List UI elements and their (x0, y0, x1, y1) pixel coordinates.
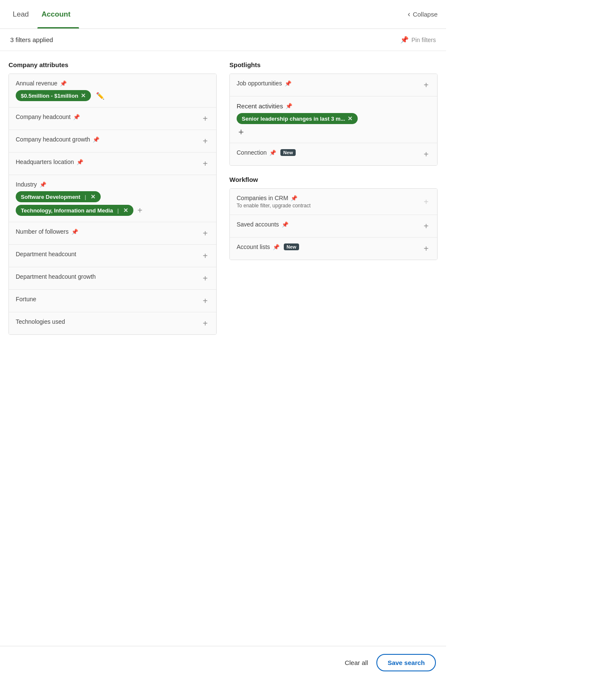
senior-leadership-tag: Senior leadership changes in last 3 m...… (237, 113, 358, 124)
recent-activities-tags: Senior leadership changes in last 3 m...… (237, 113, 430, 124)
recent-activities-add-button[interactable]: + (237, 126, 246, 138)
industry-content: Industry 📌 Software Development | ✕ (16, 181, 209, 216)
recent-activities-pin-icon[interactable]: 📌 (285, 103, 292, 109)
spotlights-title: Spotlights (229, 61, 438, 68)
annual-revenue-tag: $0.5million - $1million ✕ (16, 90, 91, 101)
company-attributes-title: Company attributes (8, 61, 217, 68)
chevron-left-icon: ‹ (408, 10, 410, 19)
tabs-bar: Lead Account ‹ Collapse (0, 0, 446, 29)
tab-account-label: Account (42, 10, 71, 19)
number-of-followers-pin-icon[interactable]: 📌 (71, 229, 78, 235)
left-column: Company attributes Annual revenue 📌 $0.5… (8, 61, 217, 335)
headquarters-location-content: Headquarters location 📌 (16, 158, 201, 165)
companies-in-crm-row: Companies in CRM 📌 To enable filter, upg… (230, 189, 437, 215)
fortune-add-button[interactable]: + (201, 296, 209, 306)
connection-row: Connection 📌 New + (230, 143, 437, 165)
company-headcount-growth-add-button[interactable]: + (201, 136, 209, 146)
technologies-used-label: Technologies used (16, 318, 201, 325)
job-opportunities-pin-icon[interactable]: 📌 (285, 80, 291, 87)
main-content: Company attributes Annual revenue 📌 $0.5… (0, 51, 446, 345)
department-headcount-row: Department headcount + (9, 245, 216, 267)
software-development-tag: Software Development | ✕ (16, 191, 101, 202)
company-headcount-add-button[interactable]: + (201, 113, 209, 124)
annual-revenue-pin-icon[interactable]: 📌 (60, 80, 67, 87)
department-headcount-growth-label: Department headcount growth (16, 273, 201, 280)
department-headcount-growth-content: Department headcount growth (16, 273, 201, 280)
company-headcount-row: Company headcount 📌 + (9, 108, 216, 130)
recent-activities-add-row: + (237, 127, 430, 137)
pin-icon: 📌 (400, 36, 409, 44)
headquarters-location-add-button[interactable]: + (201, 158, 209, 169)
annual-revenue-tags: $0.5million - $1million ✕ ✏️ (16, 90, 209, 101)
connection-add-button[interactable]: + (422, 149, 430, 159)
number-of-followers-row: Number of followers 📌 + (9, 222, 216, 245)
account-lists-content: Account lists 📌 New (237, 243, 422, 250)
job-opportunities-add-button[interactable]: + (422, 80, 430, 90)
department-headcount-label: Department headcount (16, 251, 201, 257)
department-headcount-content: Department headcount (16, 251, 201, 257)
tab-account[interactable]: Account (37, 0, 79, 28)
department-headcount-add-button[interactable]: + (201, 251, 209, 261)
annual-revenue-row: Annual revenue 📌 $0.5million - $1million… (9, 74, 216, 108)
annual-revenue-label: Annual revenue 📌 (16, 80, 209, 87)
connection-pin-icon[interactable]: 📌 (269, 150, 276, 156)
filters-applied-count: 3 filters applied (10, 36, 53, 43)
headquarters-location-pin-icon[interactable]: 📌 (76, 159, 83, 165)
headquarters-location-row: Headquarters location 📌 + (9, 153, 216, 175)
fortune-label: Fortune (16, 296, 201, 303)
industry-pin-icon[interactable]: 📌 (40, 181, 46, 188)
recent-activities-content: Recent activities 📌 Senior leadership ch… (237, 102, 430, 137)
account-lists-add-button[interactable]: + (422, 243, 430, 254)
account-lists-pin-icon[interactable]: 📌 (273, 244, 280, 250)
collapse-button[interactable]: ‹ Collapse (408, 10, 438, 19)
pin-filters-button[interactable]: 📌 Pin filters (400, 36, 436, 44)
save-search-button[interactable]: Save search (376, 654, 436, 671)
account-lists-label: Account lists 📌 New (237, 243, 422, 250)
filter-bar: 3 filters applied 📌 Pin filters (0, 29, 446, 51)
recent-activities-label-row: Recent activities 📌 (237, 102, 430, 110)
upgrade-contract-text: To enable filter, upgrade contract (237, 203, 422, 209)
department-headcount-growth-add-button[interactable]: + (201, 273, 209, 283)
company-headcount-growth-label: Company headcount growth 📌 (16, 136, 201, 143)
technologies-used-content: Technologies used (16, 318, 201, 325)
companies-in-crm-content: Companies in CRM 📌 To enable filter, upg… (237, 195, 422, 209)
saved-accounts-row: Saved accounts 📌 + (230, 215, 437, 238)
company-headcount-pin-icon[interactable]: 📌 (73, 114, 80, 120)
job-opportunities-label: Job opportunities 📌 (237, 80, 422, 87)
job-opportunities-row: Job opportunities 📌 + (230, 74, 437, 96)
annual-revenue-tag-remove[interactable]: ✕ (81, 92, 86, 99)
collapse-label: Collapse (413, 11, 438, 18)
department-headcount-growth-row: Department headcount growth + (9, 267, 216, 290)
industry-tags: Software Development | ✕ (16, 191, 209, 202)
workflow-title: Workflow (229, 176, 438, 183)
company-headcount-growth-pin-icon[interactable]: 📌 (93, 136, 99, 143)
company-headcount-growth-row: Company headcount growth 📌 + (9, 130, 216, 153)
workflow-group: Companies in CRM 📌 To enable filter, upg… (229, 188, 438, 260)
number-of-followers-add-button[interactable]: + (201, 228, 209, 238)
pin-filters-label: Pin filters (411, 37, 436, 43)
industry-label: Industry 📌 (16, 181, 209, 188)
annual-revenue-edit-icon[interactable]: ✏️ (96, 92, 105, 100)
recent-activities-row: Recent activities 📌 Senior leadership ch… (230, 96, 437, 143)
tab-lead-label: Lead (13, 10, 29, 19)
technology-information-tag-remove[interactable]: ✕ (123, 207, 128, 214)
fortune-content: Fortune (16, 296, 201, 303)
senior-leadership-tag-remove[interactable]: ✕ (348, 115, 353, 122)
industry-add-button[interactable]: + (136, 205, 144, 215)
clear-all-button[interactable]: Clear all (345, 659, 368, 666)
companies-in-crm-pin-icon[interactable]: 📌 (291, 195, 297, 201)
workflow-section: Workflow Companies in CRM 📌 To enable fi… (229, 176, 438, 260)
company-attributes-group: Annual revenue 📌 $0.5million - $1million… (8, 74, 217, 335)
industry-row: Industry 📌 Software Development | ✕ (9, 175, 216, 222)
company-headcount-label: Company headcount 📌 (16, 113, 201, 120)
software-development-tag-remove[interactable]: ✕ (90, 193, 96, 200)
headquarters-location-label: Headquarters location 📌 (16, 158, 201, 165)
company-headcount-content: Company headcount 📌 (16, 113, 201, 120)
saved-accounts-content: Saved accounts 📌 (237, 221, 422, 228)
saved-accounts-add-button[interactable]: + (422, 221, 430, 231)
technologies-used-add-button[interactable]: + (201, 318, 209, 328)
company-headcount-growth-content: Company headcount growth 📌 (16, 136, 201, 143)
tab-lead[interactable]: Lead (8, 0, 37, 28)
connection-content: Connection 📌 New (237, 149, 422, 156)
saved-accounts-pin-icon[interactable]: 📌 (282, 221, 288, 228)
